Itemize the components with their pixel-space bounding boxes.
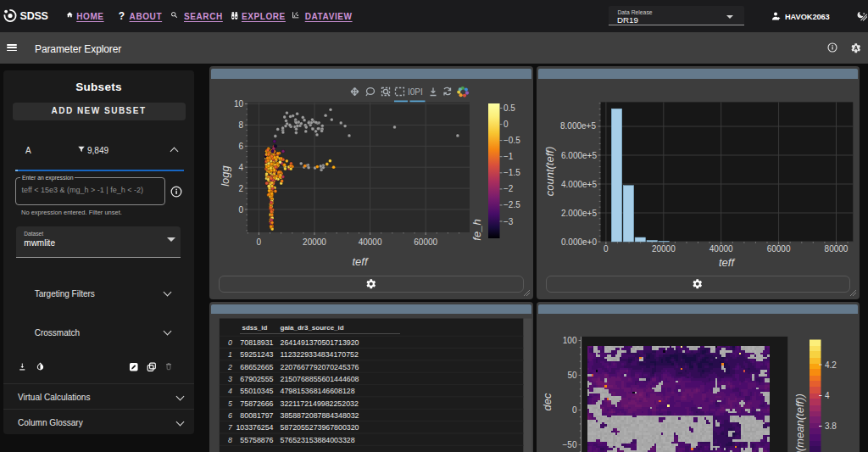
svg-text:68652665: 68652665	[240, 362, 273, 371]
svg-text:70818931: 70818931	[240, 338, 273, 347]
svg-text:4: 4	[228, 387, 232, 395]
svg-text:2150768855601444608: 2150768855601444608	[280, 375, 359, 383]
svg-text:20000: 20000	[652, 244, 676, 254]
svg-text:−2.5: −2.5	[504, 200, 520, 209]
svg-text:−50: −50	[563, 440, 577, 449]
svg-text:−1.5: −1.5	[504, 168, 520, 177]
svg-text:20000: 20000	[303, 237, 326, 247]
svg-text:0: 0	[604, 244, 609, 254]
svg-text:100: 100	[563, 336, 577, 345]
svg-text:4: 4	[238, 163, 243, 172]
svg-text:0: 0	[228, 338, 232, 347]
svg-text:80081797: 80081797	[240, 411, 273, 420]
svg-text:0.000e+0: 0.000e+0	[561, 237, 597, 247]
svg-text:55758876: 55758876	[240, 435, 273, 444]
svg-text:75872666: 75872666	[240, 399, 273, 407]
svg-text:3221172149982252032: 3221172149982252032	[280, 399, 358, 407]
svg-text:8: 8	[238, 120, 243, 130]
svg-text:55010345: 55010345	[240, 387, 273, 395]
svg-text:1: 1	[228, 350, 232, 359]
svg-text:count(teff): count(teff)	[543, 147, 556, 197]
svg-text:2641491370501713920: 2641491370501713920	[280, 338, 359, 347]
svg-text:2: 2	[227, 362, 232, 371]
svg-text:3858872087884348032: 3858872087884348032	[280, 411, 359, 420]
svg-text:sdss_id: sdss_id	[242, 323, 267, 331]
svg-text:−3: −3	[504, 217, 514, 226]
svg-text:4.2: 4.2	[825, 360, 837, 369]
svg-text:dec: dec	[541, 393, 554, 410]
svg-text:1123229334834170752: 1123229334834170752	[280, 350, 358, 359]
svg-text:80000: 80000	[825, 244, 849, 254]
svg-text:2: 2	[238, 184, 243, 193]
svg-text:teff: teff	[719, 256, 735, 269]
svg-text:6.000e+5: 6.000e+5	[561, 151, 597, 160]
svg-text:logg: logg	[219, 165, 231, 186]
svg-text:−2: −2	[504, 184, 514, 193]
svg-text:−0.5: −0.5	[504, 136, 520, 145]
svg-text:−1: −1	[504, 152, 514, 161]
svg-text:103376254: 103376254	[236, 423, 273, 432]
svg-text:10: 10	[233, 99, 243, 109]
svg-text:5872055273967800320: 5872055273967800320	[280, 423, 359, 432]
svg-text:0: 0	[238, 205, 243, 215]
svg-text:6: 6	[238, 142, 243, 151]
svg-text:59251243: 59251243	[240, 350, 273, 359]
svg-text:50: 50	[567, 371, 577, 380]
svg-text:8.000e+5: 8.000e+5	[560, 121, 596, 131]
svg-text:teff: teff	[352, 255, 368, 268]
svg-text:4.000e+5: 4.000e+5	[561, 180, 597, 189]
svg-text:67902555: 67902555	[240, 375, 273, 383]
svg-text:6: 6	[228, 411, 232, 420]
svg-text:5: 5	[228, 399, 232, 407]
svg-text:479815368146608128: 479815368146608128	[280, 387, 354, 395]
svg-text:576523153884003328: 576523153884003328	[280, 435, 354, 444]
svg-text:0.5: 0.5	[504, 103, 515, 113]
svg-text:40000: 40000	[709, 244, 733, 254]
svg-text:I0PI: I0PI	[408, 87, 423, 97]
svg-text:log10(mean(teff)): log10(mean(teff))	[793, 393, 806, 452]
svg-text:0: 0	[256, 237, 261, 247]
svg-text:3.8: 3.8	[825, 421, 837, 431]
svg-text:60000: 60000	[767, 244, 791, 254]
svg-text:fe_h: fe_h	[470, 219, 483, 240]
svg-text:3: 3	[228, 375, 232, 383]
svg-text:0: 0	[504, 120, 509, 129]
svg-text:2.000e+5: 2.000e+5	[561, 209, 597, 218]
svg-text:40000: 40000	[358, 237, 381, 247]
svg-text:60000: 60000	[414, 237, 437, 247]
svg-text:8: 8	[228, 435, 232, 444]
svg-text:2207667792070245376: 2207667792070245376	[280, 362, 359, 371]
svg-text:0: 0	[572, 405, 577, 415]
svg-text:4: 4	[825, 391, 830, 400]
svg-text:gaia_dr3_source_id: gaia_dr3_source_id	[280, 323, 343, 331]
